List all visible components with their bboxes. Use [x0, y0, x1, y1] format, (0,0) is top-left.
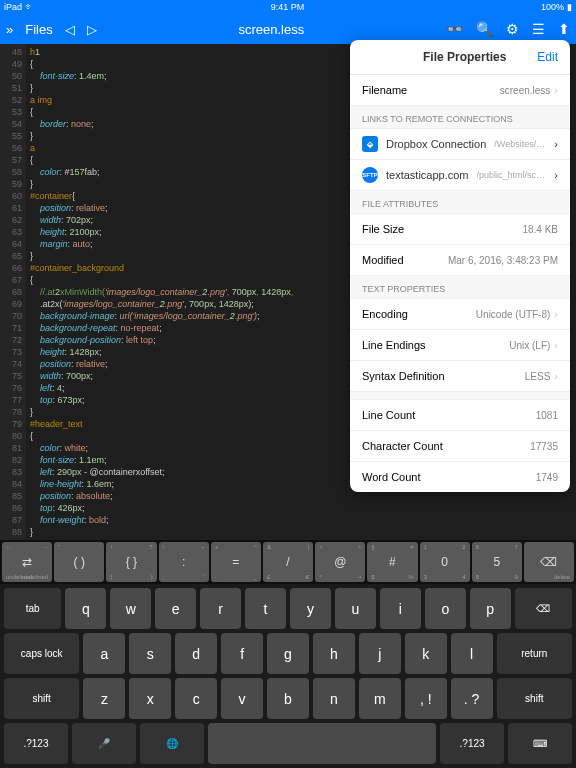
key-d[interactable]: d	[175, 633, 217, 674]
sftp-connection-row[interactable]: SFTP textasticapp.com /public_html/scree…	[350, 160, 570, 191]
key-s[interactable]: s	[129, 633, 171, 674]
key-⌫[interactable]: ⌫	[515, 588, 572, 629]
filesize-row: File Size18.4 KB	[350, 214, 570, 245]
key-j[interactable]: j	[359, 633, 401, 674]
keyboard-accessory-row: ←→undefinedundefined⇄"',.( )!?[]{ }\~;`:…	[0, 540, 576, 584]
key-i[interactable]: i	[380, 588, 421, 629]
edit-button[interactable]: Edit	[537, 50, 558, 64]
forward-icon[interactable]: ▷	[87, 22, 97, 37]
keyboard-main: tabqwertyuiop⌫caps lockasdfghjklreturnsh…	[0, 584, 576, 768]
files-button[interactable]: Files	[25, 22, 52, 37]
panel-title: File Properties	[392, 50, 537, 64]
chevron-right-icon: ›	[554, 84, 558, 96]
key-t[interactable]: t	[245, 588, 286, 629]
key-⌨[interactable]: ⌨	[508, 723, 572, 764]
key-a[interactable]: a	[83, 633, 125, 674]
char-count-row: Character Count17735	[350, 431, 570, 462]
key-r[interactable]: r	[200, 588, 241, 629]
key-k[interactable]: k	[405, 633, 447, 674]
key-e[interactable]: e	[155, 588, 196, 629]
key-f[interactable]: f	[221, 633, 263, 674]
share-icon[interactable]: ⬆	[558, 21, 570, 37]
wifi-icon: ᯤ	[25, 2, 34, 12]
accessory-key[interactable]: ←→undefinedundefined⇄	[2, 542, 52, 582]
key-.?123[interactable]: .?123	[4, 723, 68, 764]
accessory-key[interactable]: !?[]{ }	[106, 542, 156, 582]
line-count-row: Line Count1081	[350, 400, 570, 431]
back-icon[interactable]: ◁	[65, 22, 75, 37]
file-title: screen.less	[109, 22, 434, 37]
key-.?123[interactable]: .?123	[440, 723, 504, 764]
key-.
?[interactable]: . ?	[451, 678, 493, 719]
key-y[interactable]: y	[290, 588, 331, 629]
status-bar: iPadᯤ 9:41 PM 100%▮	[0, 0, 576, 14]
key-u[interactable]: u	[335, 588, 376, 629]
modified-row: ModifiedMar 6, 2016, 3:48:23 PM	[350, 245, 570, 276]
battery-label: 100%	[541, 2, 564, 12]
accessory-key[interactable]: "',.( )	[54, 542, 104, 582]
dropbox-icon: ⬙	[362, 136, 378, 152]
device-label: iPad	[4, 2, 22, 12]
accessory-key[interactable]: +^-_=	[211, 542, 261, 582]
key-x[interactable]: x	[129, 678, 171, 719]
battery-icon: ▮	[567, 2, 572, 12]
key-shift[interactable]: shift	[497, 678, 572, 719]
accessory-key[interactable]: \~;`:	[159, 542, 209, 582]
key-z[interactable]: z	[83, 678, 125, 719]
chevron-right-icon: ›	[554, 138, 558, 150]
info-icon[interactable]: ☰	[532, 21, 545, 37]
key-h[interactable]: h	[313, 633, 355, 674]
menu-icon[interactable]: »	[6, 22, 13, 37]
key-🎤[interactable]: 🎤	[72, 723, 136, 764]
accessory-key[interactable]: 12340	[420, 542, 470, 582]
filename-row[interactable]: Filename screen.less›	[350, 75, 570, 106]
accessory-key[interactable]: 67895	[472, 542, 522, 582]
key-w[interactable]: w	[110, 588, 151, 629]
key-caps lock[interactable]: caps lock	[4, 633, 79, 674]
glasses-icon[interactable]: 👓	[446, 21, 463, 37]
key-🌐[interactable]: 🌐	[140, 723, 204, 764]
encoding-row[interactable]: EncodingUnicode (UTF-8)›	[350, 299, 570, 330]
keyboard: ←→undefinedundefined⇄"',.( )!?[]{ }\~;`:…	[0, 540, 576, 768]
key-b[interactable]: b	[267, 678, 309, 719]
links-section-header: LINKS TO REMOTE CONNECTIONS	[350, 106, 570, 129]
sftp-icon: SFTP	[362, 167, 378, 183]
accessory-key[interactable]: <>*•@	[315, 542, 365, 582]
key-v[interactable]: v	[221, 678, 263, 719]
word-count-row: Word Count1749	[350, 462, 570, 492]
file-properties-panel: File Properties Edit Filename screen.les…	[350, 40, 570, 492]
time-label: 9:41 PM	[271, 2, 305, 12]
key-q[interactable]: q	[65, 588, 106, 629]
key-return[interactable]: return	[497, 633, 572, 674]
attrs-section-header: FILE ATTRIBUTES	[350, 191, 570, 214]
key-c[interactable]: c	[175, 678, 217, 719]
key-,
![interactable]: , !	[405, 678, 447, 719]
accessory-key[interactable]: &|£€/	[263, 542, 313, 582]
search-icon[interactable]: 🔍	[476, 21, 493, 37]
key-p[interactable]: p	[470, 588, 511, 629]
key-l[interactable]: l	[451, 633, 493, 674]
key-m[interactable]: m	[359, 678, 401, 719]
key-o[interactable]: o	[425, 588, 466, 629]
key-shift[interactable]: shift	[4, 678, 79, 719]
key-n[interactable]: n	[313, 678, 355, 719]
key-tab[interactable]: tab	[4, 588, 61, 629]
settings-icon[interactable]: ⚙	[506, 21, 519, 37]
key-g[interactable]: g	[267, 633, 309, 674]
chevron-right-icon: ›	[554, 169, 558, 181]
dropbox-connection-row[interactable]: ⬙ Dropbox Connection /Websites/textastic…	[350, 129, 570, 160]
text-section-header: TEXT PROPERTIES	[350, 276, 570, 299]
accessory-key[interactable]: §≠$%#	[367, 542, 417, 582]
line-endings-row[interactable]: Line EndingsUnix (LF)›	[350, 330, 570, 361]
accessory-key[interactable]: delete⌫	[524, 542, 574, 582]
syntax-row[interactable]: Syntax DefinitionLESS›	[350, 361, 570, 392]
key-space[interactable]	[208, 723, 436, 764]
